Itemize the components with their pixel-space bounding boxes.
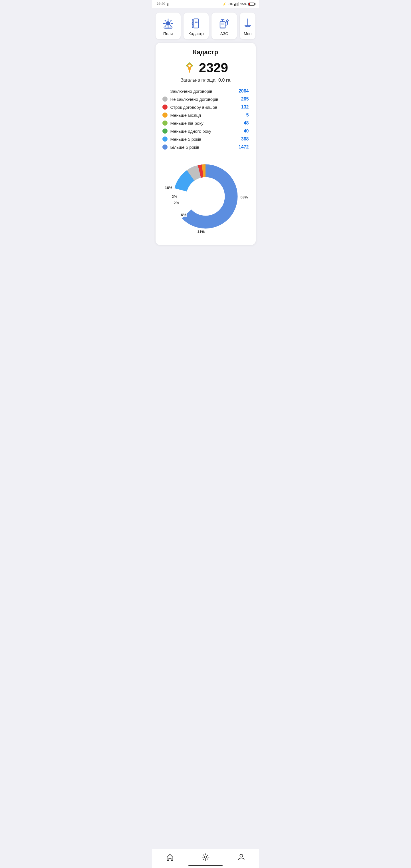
svg-rect-1 — [168, 3, 168, 6]
svg-rect-25 — [221, 23, 224, 25]
fuel-icon — [218, 18, 230, 29]
app-icon-mon[interactable]: Мон — [240, 12, 256, 39]
svg-rect-19 — [194, 19, 198, 28]
bluetooth-icon: ⚡ — [222, 2, 227, 6]
main-card: Кадастр 2329 Загальна площа 0.0 га Зак — [156, 43, 256, 245]
status-time: 22:29 — [157, 2, 172, 6]
stat-row-expired[interactable]: Строк договору вийшов 132 — [162, 104, 249, 110]
svg-text:⚡: ⚡ — [223, 2, 226, 6]
stat-label-concluded: Заключено договорів — [170, 89, 212, 94]
app-icon-kadastr[interactable]: Кадастр — [184, 12, 209, 39]
app-icon-azs[interactable]: АЗС — [212, 12, 236, 39]
azs-label: АЗС — [220, 31, 228, 36]
stat-row-less-year[interactable]: Меньше одного року 40 — [162, 128, 249, 134]
dot-less-month — [162, 113, 167, 118]
time-display: 22:29 — [157, 2, 165, 6]
stat-row-less-month[interactable]: Меньше місяця 5 — [162, 113, 249, 118]
battery-icon — [248, 3, 255, 6]
stat-value-not-concluded[interactable]: 265 — [241, 96, 249, 102]
stat-row-more-5years[interactable]: Більше 5 років 1472 — [162, 145, 249, 150]
dot-expired — [162, 104, 167, 110]
svg-line-13 — [165, 20, 166, 22]
svg-rect-6 — [236, 3, 238, 6]
total-area-label: Загальна площа — [181, 78, 216, 83]
dot-less-5years — [162, 136, 167, 142]
svg-line-15 — [170, 20, 171, 22]
stats-list: Заключено договорів 2064 Не заключено до… — [160, 89, 251, 150]
stat-value-less-month[interactable]: 5 — [246, 113, 249, 118]
svg-rect-7 — [238, 2, 239, 6]
dot-not-concluded — [162, 96, 167, 102]
total-area-row: Загальна площа 0.0 га — [160, 78, 251, 83]
total-count: 2329 — [199, 60, 228, 75]
stat-row-less-5years[interactable]: Меньше 5 років 368 — [162, 136, 249, 142]
stat-value-less-5years[interactable]: 368 — [241, 136, 249, 142]
donut-chart-svg — [165, 156, 246, 237]
svg-line-16 — [165, 25, 166, 27]
stat-row-not-concluded[interactable]: Не заключено договорів 265 — [162, 96, 249, 102]
sun-icon — [162, 18, 174, 29]
svg-rect-0 — [167, 3, 167, 6]
total-area-value: 0.0 га — [218, 78, 230, 83]
app-icon-polya[interactable]: Поля — [156, 12, 181, 39]
stat-label-more-5years: Більше 5 років — [170, 145, 199, 150]
dot-more-5years — [162, 145, 167, 150]
map-pin-icon — [183, 61, 196, 74]
svg-rect-2 — [169, 3, 169, 6]
mon-label: Мон — [244, 31, 251, 36]
sim-icon — [167, 2, 171, 6]
status-indicators: ⚡ LTE 15% — [222, 2, 255, 6]
svg-point-8 — [166, 22, 170, 25]
stat-label-not-concluded: Не заключено договорів — [170, 97, 218, 102]
total-count-display: 2329 — [160, 60, 251, 75]
battery-level: 15% — [240, 2, 246, 6]
stat-label-less-year: Меньше одного року — [170, 129, 212, 134]
signal-icon — [234, 2, 239, 6]
stat-label-expired: Строк договору вийшов — [170, 105, 218, 110]
stat-value-less-halfyear[interactable]: 48 — [244, 121, 249, 126]
dot-less-halfyear — [162, 121, 167, 126]
svg-marker-36 — [188, 67, 191, 73]
stat-value-concluded[interactable]: 2064 — [239, 89, 249, 94]
stat-label-less-5years: Меньше 5 років — [170, 137, 201, 142]
stat-value-more-5years[interactable]: 1472 — [239, 145, 249, 150]
card-title: Кадастр — [160, 49, 251, 56]
stat-value-less-year[interactable]: 40 — [244, 128, 249, 134]
svg-point-35 — [188, 65, 191, 67]
svg-rect-5 — [235, 3, 236, 6]
stat-label-less-month: Меньше місяця — [170, 113, 201, 118]
stat-label-less-halfyear: Меньше пів року — [170, 121, 203, 126]
donut-hole — [188, 179, 223, 214]
kadastr-label: Кадастр — [189, 31, 204, 36]
stat-row-concluded[interactable]: Заключено договорів 2064 — [162, 89, 249, 94]
polya-label: Поля — [163, 31, 173, 36]
mop-icon — [242, 18, 253, 29]
donut-chart: 63% 16% 11% 6% 2% 2% — [160, 156, 251, 237]
book-icon — [190, 18, 202, 29]
stat-value-expired[interactable]: 132 — [241, 104, 249, 110]
svg-rect-4 — [234, 4, 235, 6]
svg-line-14 — [170, 25, 171, 27]
app-icons-row: Поля Кадастр — [152, 8, 259, 43]
status-bar: 22:29 ⚡ LTE 15% — [152, 0, 259, 8]
stat-row-less-halfyear[interactable]: Меньше пів року 48 — [162, 121, 249, 126]
dot-less-year — [162, 128, 167, 134]
